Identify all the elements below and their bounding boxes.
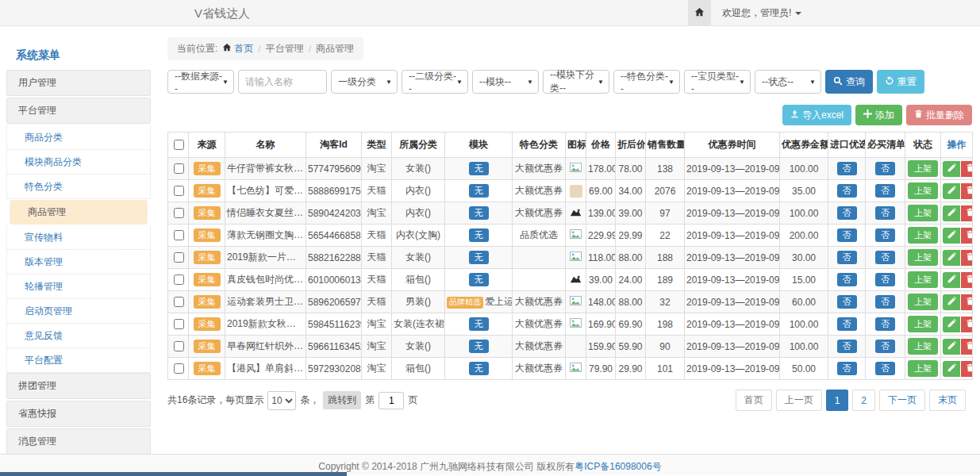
status-button[interactable]: 上架 bbox=[908, 360, 938, 377]
delete-button[interactable] bbox=[961, 361, 973, 377]
delete-button[interactable] bbox=[961, 228, 973, 244]
per-page-select[interactable]: 10 bbox=[267, 391, 296, 410]
td-el: 上架 bbox=[905, 269, 941, 291]
edit-button[interactable] bbox=[943, 339, 960, 355]
search-button[interactable]: 查询 bbox=[825, 70, 873, 94]
filter-select-module-subcategory[interactable]: --模块下分类--▼ bbox=[543, 70, 609, 94]
row-checkbox[interactable] bbox=[174, 274, 184, 285]
batch-delete-button[interactable]: 批量删除 bbox=[906, 105, 972, 125]
edit-button[interactable] bbox=[943, 272, 960, 288]
status-button[interactable]: 上架 bbox=[908, 271, 938, 288]
import-excel-button[interactable]: 导入excel bbox=[782, 105, 851, 125]
delete-button[interactable] bbox=[961, 272, 973, 288]
sidebar-item-10[interactable]: 意见反馈 bbox=[6, 324, 151, 348]
sidebar-item-14[interactable]: 消息管理 bbox=[6, 428, 151, 454]
sidebar-item-0[interactable]: 用户管理 bbox=[6, 70, 151, 96]
filter-select-value: --二级分类-- bbox=[409, 70, 456, 94]
product-name: 【七色纺】可爱纯棉家... bbox=[225, 180, 306, 202]
page-button-2[interactable]: 2 bbox=[852, 390, 875, 411]
topbar-right: 欢迎您，管理员! bbox=[688, 0, 801, 26]
must-buy-badge: 否 bbox=[875, 295, 895, 309]
coupon-time: 2019-09-13—2019-09-17 bbox=[685, 313, 780, 336]
delete-button[interactable] bbox=[961, 339, 973, 355]
filter-select-level2-category[interactable]: --二级分类--▼ bbox=[402, 70, 468, 94]
status-button[interactable]: 上架 bbox=[908, 316, 938, 332]
page-number-input[interactable] bbox=[379, 392, 404, 409]
sidebar-item-11[interactable]: 平台配置 bbox=[6, 348, 151, 373]
row-checkbox[interactable] bbox=[174, 230, 184, 240]
status-button[interactable]: 上架 bbox=[908, 249, 938, 266]
sidebar-item-12[interactable]: 拼团管理 bbox=[6, 373, 151, 399]
status-button[interactable]: 上架 bbox=[908, 227, 938, 244]
page-button-1[interactable]: 1 bbox=[826, 390, 849, 411]
add-button[interactable]: 添加 bbox=[855, 105, 902, 125]
delete-button[interactable] bbox=[961, 183, 973, 199]
delete-button[interactable] bbox=[961, 161, 973, 177]
filter-select-level1-category[interactable]: 一级分类▼ bbox=[331, 70, 398, 94]
sidebar-item-1[interactable]: 平台管理 bbox=[6, 98, 151, 124]
special-category: 大额优惠券 bbox=[513, 291, 566, 313]
edit-button[interactable] bbox=[943, 361, 960, 377]
status-button[interactable]: 上架 bbox=[908, 182, 938, 199]
select-all-checkbox[interactable] bbox=[174, 140, 184, 150]
sidebar-item-2[interactable]: 商品分类 bbox=[6, 125, 151, 150]
edit-button[interactable] bbox=[943, 161, 960, 177]
sidebar-item-13[interactable]: 省惠快报 bbox=[6, 401, 151, 427]
status-button[interactable]: 上架 bbox=[908, 205, 938, 221]
home-button[interactable] bbox=[688, 0, 711, 26]
reset-button[interactable]: 重置 bbox=[877, 70, 924, 94]
edit-button[interactable] bbox=[943, 317, 960, 332]
module-cell: 品牌精选爱上运动 bbox=[445, 291, 513, 313]
page-button-下一页[interactable]: 下一页 bbox=[879, 390, 925, 411]
row-checkbox[interactable] bbox=[174, 297, 184, 307]
filter-select-value: 一级分类 bbox=[338, 75, 376, 89]
icp-link[interactable]: 粤ICP备16098006号 bbox=[575, 461, 661, 472]
filter-bar: --数据来源--▼一级分类▼--二级分类--▼--模块--▼--模块下分类--▼… bbox=[167, 70, 972, 94]
filter-select-module[interactable]: --模块--▼ bbox=[472, 70, 539, 94]
status-button[interactable]: 上架 bbox=[908, 160, 938, 177]
edit-button[interactable] bbox=[943, 250, 960, 266]
row-checkbox[interactable] bbox=[174, 341, 184, 351]
products-table: 来源名称淘客Id类型所属分类模块特色分类图标价格折后价销售数量优惠券时间优惠券金… bbox=[167, 132, 973, 380]
page-button-首页[interactable]: 首页 bbox=[736, 390, 772, 411]
row-checkbox[interactable] bbox=[174, 319, 184, 329]
sidebar-item-4[interactable]: 特色分类 bbox=[6, 175, 151, 199]
edit-button[interactable] bbox=[943, 294, 960, 310]
row-checkbox[interactable] bbox=[174, 252, 184, 263]
breadcrumb-home-link[interactable]: 首页 bbox=[222, 42, 253, 56]
sidebar-item-5[interactable]: 商品管理 bbox=[10, 200, 148, 225]
must-buy-badge: 否 bbox=[875, 340, 895, 354]
sidebar-item-7[interactable]: 版本管理 bbox=[6, 250, 151, 274]
icon-cell bbox=[566, 247, 586, 269]
delete-button[interactable] bbox=[961, 317, 973, 332]
filter-select-data-source[interactable]: --数据来源--▼ bbox=[167, 70, 234, 94]
filter-select-item-type[interactable]: --宝贝类型--▼ bbox=[684, 70, 751, 94]
jump-button[interactable]: 跳转到 bbox=[323, 391, 361, 409]
page-button-上一页[interactable]: 上一页 bbox=[776, 390, 822, 411]
filter-select-status[interactable]: --状态--▼ bbox=[755, 70, 821, 94]
sidebar-item-9[interactable]: 启动页管理 bbox=[6, 299, 151, 324]
edit-button[interactable] bbox=[943, 183, 960, 199]
sidebar-item-3[interactable]: 模块商品分类 bbox=[6, 150, 151, 175]
row-checkbox[interactable] bbox=[174, 186, 184, 196]
edit-button[interactable] bbox=[943, 205, 960, 221]
status-button[interactable]: 上架 bbox=[908, 338, 938, 355]
delete-button[interactable] bbox=[961, 294, 973, 310]
edit-button[interactable] bbox=[943, 228, 960, 244]
status-button[interactable]: 上架 bbox=[908, 294, 938, 310]
user-menu[interactable]: 欢迎您，管理员! bbox=[722, 6, 801, 20]
filter-select-special-category[interactable]: --特色分类--▼ bbox=[613, 70, 680, 94]
product-type: 天猫 bbox=[362, 291, 392, 313]
delete-button[interactable] bbox=[961, 205, 973, 221]
row-checkbox[interactable] bbox=[174, 208, 184, 218]
sidebar-item-6[interactable]: 宣传物料 bbox=[6, 225, 151, 250]
filter-select-value: --数据来源-- bbox=[175, 70, 222, 94]
edit-icon bbox=[947, 363, 956, 374]
row-checkbox[interactable] bbox=[174, 163, 184, 174]
topbar: V省钱达人 欢迎您，管理员! bbox=[0, 0, 980, 26]
filter-input-name-search[interactable] bbox=[238, 70, 327, 94]
sidebar-item-8[interactable]: 轮播管理 bbox=[6, 274, 151, 299]
page-button-末页[interactable]: 末页 bbox=[929, 390, 966, 411]
delete-button[interactable] bbox=[961, 250, 973, 266]
row-checkbox[interactable] bbox=[174, 363, 184, 374]
